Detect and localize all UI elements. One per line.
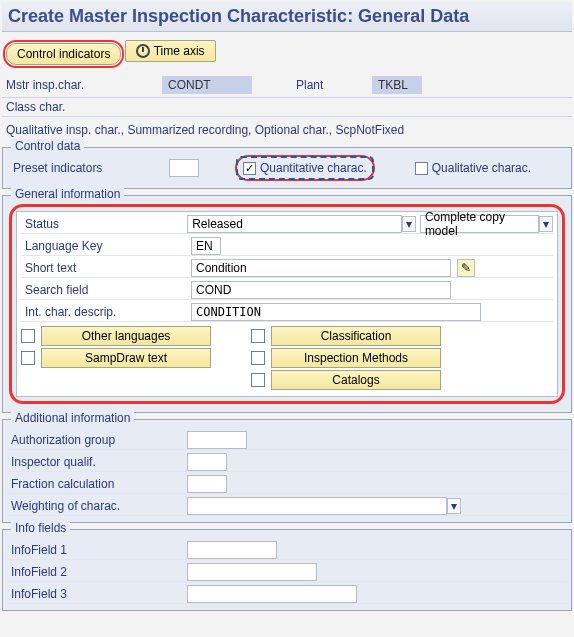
edit-icon[interactable]: ✎ [457, 259, 475, 277]
short-text-label: Short text [21, 261, 191, 275]
additional-information-title: Additional information [11, 411, 134, 425]
preset-indicators-input[interactable] [169, 159, 199, 177]
int-char-input[interactable]: CONDITION [191, 303, 481, 321]
language-key-label: Language Key [21, 239, 191, 253]
weighting-input[interactable] [187, 497, 447, 515]
status-dropdown-icon[interactable]: ▾ [402, 216, 416, 232]
mstr-insp-value: CONDT [162, 76, 252, 94]
control-indicators-label: Control indicators [17, 47, 110, 61]
infofield1-label: InfoField 1 [7, 543, 187, 557]
page-title: Create Master Inspection Characteristic:… [2, 2, 572, 32]
infofield3-label: InfoField 3 [7, 587, 187, 601]
search-field-input[interactable]: COND [191, 281, 451, 299]
weighting-dropdown-icon[interactable]: ▾ [447, 498, 461, 514]
additional-information-group: Additional information Authorization gro… [2, 419, 572, 523]
status-label: Status [21, 217, 187, 231]
time-axis-button[interactable]: Time axis [125, 40, 216, 62]
info-fields-group: Info fields InfoField 1 InfoField 2 Info… [2, 529, 572, 611]
infofield2-label: InfoField 2 [7, 565, 187, 579]
toolbar: Control indicators Time axis [2, 38, 572, 67]
weighting-label: Weighting of charac. [7, 499, 187, 513]
inspector-qualif-input[interactable] [187, 453, 227, 471]
control-indicators-button[interactable]: Control indicators [6, 43, 121, 65]
general-information-title: General information [11, 187, 124, 201]
general-information-group: General information Status Released ▾ Co… [2, 195, 572, 413]
checkbox-icon[interactable] [251, 329, 265, 343]
class-char-label: Class char. [2, 100, 162, 114]
qualitative-checkbox[interactable]: Qualitative charac. [411, 159, 535, 177]
auth-group-label: Authorization group [7, 433, 187, 447]
plant-value: TKBL [372, 76, 422, 94]
checkbox-icon[interactable] [251, 373, 265, 387]
control-data-group: Control data Preset indicators Quantitat… [2, 147, 572, 189]
checkbox-icon[interactable] [21, 351, 35, 365]
copy-model-dropdown-icon[interactable]: ▾ [539, 216, 553, 232]
quantitative-checkbox[interactable]: Quantitative charac. [239, 159, 371, 177]
infofield3-input[interactable] [187, 585, 357, 603]
info-fields-title: Info fields [11, 521, 70, 535]
sampdraw-text-button[interactable]: SampDraw text [41, 348, 211, 368]
control-data-title: Control data [11, 139, 84, 153]
infofield2-input[interactable] [187, 563, 317, 581]
other-languages-button[interactable]: Other languages [41, 326, 211, 346]
search-field-label: Search field [21, 283, 191, 297]
copy-model-input[interactable]: Complete copy model [420, 215, 539, 233]
clock-icon [136, 44, 150, 58]
int-char-label: Int. char. descrip. [21, 305, 191, 319]
plant-label: Plant [292, 78, 372, 92]
infofield1-input[interactable] [187, 541, 277, 559]
inspection-methods-button[interactable]: Inspection Methods [271, 348, 441, 368]
mstr-insp-label: Mstr insp.char. [2, 78, 162, 92]
language-key-input[interactable]: EN [191, 237, 221, 255]
checkbox-icon[interactable] [21, 329, 35, 343]
inspector-qualif-label: Inspector qualif. [7, 455, 187, 469]
qualitative-label: Qualitative charac. [432, 161, 531, 175]
short-text-input[interactable]: Condition [191, 259, 451, 277]
fraction-calc-label: Fraction calculation [7, 477, 187, 491]
checkbox-icon[interactable] [251, 351, 265, 365]
status-input[interactable]: Released [187, 215, 402, 233]
checkbox-icon [243, 162, 256, 175]
checkbox-icon [415, 162, 428, 175]
catalogs-button[interactable]: Catalogs [271, 370, 441, 390]
auth-group-input[interactable] [187, 431, 247, 449]
time-axis-label: Time axis [154, 44, 205, 58]
characteristic-description: Qualitative insp. char., Summarized reco… [2, 119, 572, 141]
preset-indicators-label: Preset indicators [9, 161, 159, 175]
fraction-calc-input[interactable] [187, 475, 227, 493]
quantitative-label: Quantitative charac. [260, 161, 367, 175]
classification-button[interactable]: Classification [271, 326, 441, 346]
